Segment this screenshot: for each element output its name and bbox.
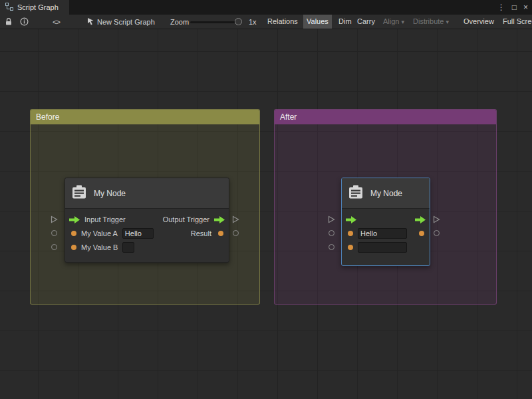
result-port[interactable]	[419, 231, 424, 236]
external-trigger-out-connector[interactable]	[232, 215, 239, 223]
carry-button[interactable]: Carry	[354, 15, 378, 29]
external-value-b-connector[interactable]	[329, 244, 334, 250]
unit-icon	[347, 184, 364, 203]
my-value-b-input[interactable]	[122, 242, 134, 253]
my-value-b-input[interactable]	[358, 242, 407, 253]
my-value-a-port[interactable]	[348, 231, 353, 236]
fullscreen-button[interactable]: Full Screen	[499, 15, 532, 29]
window-controls: ⋮ □ ×	[497, 0, 528, 15]
output-trigger-label: Output Trigger	[163, 215, 209, 223]
external-value-a-connector[interactable]	[51, 230, 57, 236]
node-my-node-after[interactable]: My Node	[341, 178, 430, 266]
relations-button[interactable]: Relations	[264, 15, 301, 29]
output-trigger-port[interactable]	[415, 213, 426, 225]
my-value-a-input[interactable]	[122, 228, 154, 239]
input-trigger-port-icon[interactable]	[69, 216, 80, 223]
port-row-value-a: My Value A Result	[65, 227, 229, 239]
result-port[interactable]	[218, 231, 223, 236]
close-icon[interactable]: ×	[523, 3, 528, 12]
node-title: My Node	[94, 189, 126, 198]
my-value-b-port[interactable]	[71, 245, 76, 250]
port-row-trigger: Input Trigger Output Trigger	[65, 213, 229, 225]
pointer-icon	[87, 15, 94, 29]
input-trigger-label: Input Trigger	[84, 215, 126, 223]
tab-script-graph[interactable]: Script Graph	[0, 0, 69, 15]
zoom-slider[interactable]	[190, 21, 241, 23]
external-value-a-connector[interactable]	[329, 230, 334, 236]
node-header[interactable]: My Node	[342, 178, 430, 209]
tab-label: Script Graph	[17, 3, 59, 11]
info-icon[interactable]	[20, 15, 29, 29]
chevron-down-icon: ▾	[446, 19, 449, 25]
node-my-node-before[interactable]: My Node Input Trigger Output Trigger My …	[65, 178, 229, 263]
node-title: My Node	[370, 189, 402, 198]
external-value-b-connector[interactable]	[51, 244, 57, 250]
port-row-value-b	[342, 241, 430, 253]
toolbar: <> New Script Graph Zoom 1x Relations Va…	[0, 15, 532, 29]
group-before-label: Before	[36, 112, 59, 122]
lock-icon[interactable]	[5, 15, 13, 29]
zoom-value: 1x	[249, 15, 257, 29]
output-trigger-port-icon	[415, 216, 426, 223]
external-result-connector[interactable]	[434, 230, 440, 236]
overview-button[interactable]: Overview	[460, 15, 497, 29]
port-row-trigger	[342, 213, 430, 225]
port-row-value-a	[342, 227, 430, 239]
external-trigger-out-connector[interactable]	[433, 215, 440, 223]
zoom-slider-knob[interactable]	[235, 18, 242, 25]
my-value-b-label: My Value B	[81, 243, 118, 251]
external-trigger-in-connector[interactable]	[328, 215, 335, 223]
output-trigger-port-icon	[214, 216, 225, 223]
align-dropdown[interactable]: Align▾	[380, 15, 408, 29]
tab-bar: Script Graph ⋮ □ ×	[0, 0, 532, 15]
my-value-a-port[interactable]	[71, 231, 76, 236]
external-result-connector[interactable]	[233, 230, 239, 236]
dim-button[interactable]: Dim	[335, 15, 355, 29]
code-view-icon[interactable]: <>	[53, 15, 60, 29]
maximize-icon[interactable]: □	[512, 3, 517, 12]
menu-icon[interactable]: ⋮	[497, 3, 505, 12]
my-value-b-port[interactable]	[348, 245, 353, 250]
external-trigger-in-connector[interactable]	[51, 215, 58, 223]
graph-canvas[interactable]: Before After My Nod	[0, 29, 532, 399]
input-trigger-port-icon[interactable]	[346, 216, 356, 223]
group-after-label: After	[280, 112, 297, 122]
port-row-value-b: My Value B	[65, 241, 229, 253]
result-label: Result	[191, 229, 211, 237]
my-value-a-input[interactable]	[358, 228, 407, 239]
values-button[interactable]: Values	[303, 15, 332, 29]
zoom-label: Zoom	[170, 15, 189, 29]
distribute-label: Distribute	[413, 17, 444, 25]
result-port-group[interactable]	[417, 227, 424, 239]
graph-tab-icon	[5, 3, 13, 12]
group-after-header[interactable]: After	[275, 110, 496, 124]
result-port-group[interactable]: Result	[191, 227, 223, 239]
group-before-header[interactable]: Before	[31, 110, 259, 124]
graph-name-label[interactable]: New Script Graph	[97, 15, 155, 29]
align-label: Align	[383, 17, 399, 25]
chevron-down-icon: ▾	[401, 19, 404, 25]
my-value-a-label: My Value A	[81, 229, 118, 237]
unit-icon	[70, 184, 88, 203]
output-trigger-port[interactable]: Output Trigger	[163, 213, 225, 225]
node-header[interactable]: My Node	[65, 178, 229, 209]
distribute-dropdown[interactable]: Distribute▾	[410, 15, 452, 29]
